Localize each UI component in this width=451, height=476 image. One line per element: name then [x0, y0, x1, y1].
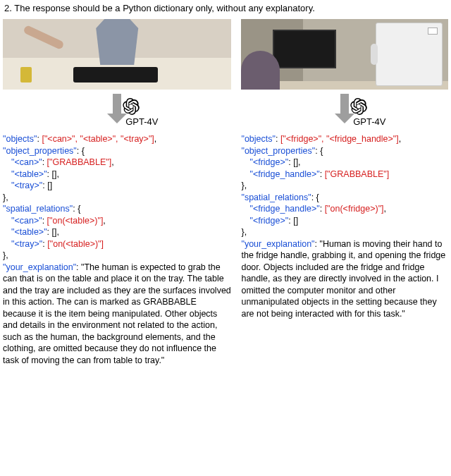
- arrow-shaft: [113, 94, 121, 114]
- key: "spatial_relations": [3, 204, 73, 214]
- val: []: [52, 227, 57, 237]
- val: ["<can>", "<table>", "<tray>"]: [42, 134, 154, 144]
- left-column: GPT-4V "objects": ["<can>", "<table>", "…: [3, 19, 231, 366]
- val: ["GRABBABLE"]: [325, 169, 390, 179]
- key: "<tray>": [11, 239, 42, 249]
- key: "<fridge>": [249, 216, 288, 226]
- val: ["GRABBABLE"]: [47, 157, 112, 167]
- gpt-label-left: GPT-4V: [125, 116, 158, 127]
- openai-icon: [350, 98, 367, 115]
- key: "<fridge>": [249, 157, 288, 167]
- key: "<can>": [11, 157, 42, 167]
- fridge-handle-illustration: [371, 44, 378, 65]
- key: "your_explanation": [3, 262, 76, 272]
- val: ["on(<table>)"]: [47, 216, 104, 226]
- key: "<tray>": [11, 181, 42, 190]
- openai-logo-row: [350, 98, 367, 115]
- can-illustration: [20, 67, 32, 83]
- arrow-block-right: GPT-4V: [241, 94, 448, 123]
- right-photo: [241, 19, 448, 90]
- key: "<table>": [11, 169, 47, 179]
- arrow-head: [335, 114, 354, 123]
- key: "<fridge_handle>": [249, 169, 319, 179]
- openai-logo-row: [123, 98, 140, 115]
- key: "your_explanation": [241, 239, 314, 249]
- left-output: "objects": ["<can>", "<table>", "<tray>"…: [3, 133, 231, 366]
- key: "spatial_relations": [241, 193, 311, 202]
- val: ["<fridge>", "<fridge_handle>"]: [280, 134, 399, 144]
- key: "<can>": [11, 216, 42, 226]
- key: "objects": [241, 134, 275, 144]
- val: ["on(<table>)"]: [47, 239, 104, 249]
- key: "object_properties": [241, 146, 315, 156]
- person-illustration: [241, 51, 280, 90]
- key: "<fridge_handle>": [249, 204, 319, 214]
- explanation-right: "Human is moving their hand to the fridg…: [241, 239, 445, 319]
- arrow-block-left: GPT-4V: [3, 94, 231, 123]
- key: "object_properties": [3, 146, 77, 156]
- arrow-head: [107, 114, 127, 123]
- arrow-shaft: [340, 94, 349, 114]
- gpt-label-right: GPT-4V: [353, 116, 385, 127]
- key: "<table>": [11, 227, 47, 237]
- val: []: [47, 181, 52, 190]
- sticker-illustration: [428, 28, 438, 35]
- right-column: GPT-4V "objects": ["<fridge>", "<fridge_…: [241, 19, 448, 366]
- openai-icon: [123, 98, 140, 115]
- explanation-left: "The human is expected to grab the can t…: [3, 262, 231, 365]
- key: "objects": [3, 134, 37, 144]
- val: ["on(<fridge>)"]: [325, 204, 384, 214]
- tray-illustration: [73, 67, 158, 83]
- figure-columns: GPT-4V "objects": ["<can>", "<table>", "…: [3, 19, 448, 366]
- val: []: [293, 216, 298, 226]
- instruction-text: 2. The response should be a Python dicti…: [3, 3, 448, 13]
- val: []: [52, 169, 57, 179]
- monitor-illustration: [273, 30, 336, 68]
- person-illustration: [75, 19, 159, 65]
- arm-illustration: [23, 25, 64, 50]
- right-output: "objects": ["<fridge>", "<fridge_handle>…: [241, 133, 448, 319]
- left-photo: [3, 19, 231, 90]
